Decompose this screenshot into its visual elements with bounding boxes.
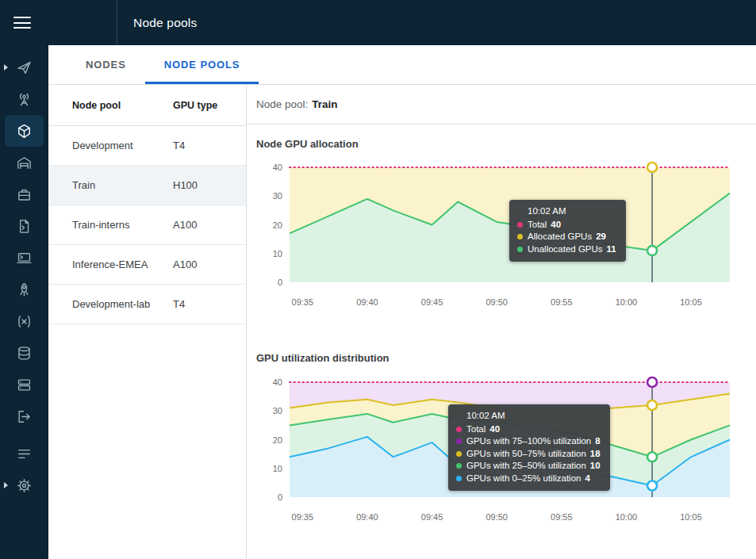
chart-title-allocation: Node GPU allocation: [256, 138, 756, 150]
function-icon: [17, 314, 32, 329]
sidebar-item-cube[interactable]: [5, 115, 44, 147]
sidebar-item-database[interactable]: [0, 337, 48, 369]
series-color-dot: [517, 222, 523, 228]
marker-unallocated-gpus: [647, 246, 657, 255]
sidebar-item-satellite[interactable]: [0, 83, 48, 115]
sidebar-item-terminal[interactable]: [0, 242, 48, 274]
table-row[interactable]: DevelopmentT4: [48, 126, 246, 166]
utilization-chart[interactable]: 01020304009:3509:4009:4509:5009:5510:001…: [255, 376, 731, 526]
gpu-type-cell: T4: [173, 140, 246, 151]
series-color-dot: [456, 427, 462, 432]
expand-arrow-icon: [4, 482, 8, 488]
tooltip-row: GPUs with 75–100% utilization8: [456, 435, 601, 448]
y-tick-label: 40: [273, 163, 282, 172]
tooltip-label: Total: [466, 423, 485, 436]
tooltip-label: GPUs with 75–100% utilization: [466, 435, 591, 448]
column-header-node-pool: Node pool: [48, 100, 173, 111]
sidebar-rail: [0, 45, 48, 559]
detail-value: Train: [312, 98, 337, 110]
gpu-type-cell: H100: [173, 179, 246, 191]
sidebar-item-send[interactable]: [0, 52, 48, 83]
tooltip-row: Allocated GPUs29: [517, 231, 616, 243]
briefcase-icon: [17, 187, 32, 202]
sidebar-item-settings[interactable]: [0, 469, 48, 501]
y-tick-label: 30: [273, 406, 282, 415]
allocation-chart[interactable]: 01020304009:3509:4009:4509:5009:5510:001…: [255, 161, 731, 312]
x-tick-label: 09:55: [551, 512, 573, 522]
y-tick-label: 20: [273, 220, 282, 230]
detail-label: Node pool:: [256, 98, 308, 110]
tooltip-row: Total40: [456, 423, 601, 436]
menu-icon[interactable]: [13, 17, 31, 29]
y-tick-label: 40: [273, 377, 282, 387]
tooltip-label: Unallocated GPUs: [528, 243, 603, 256]
tooltip-value: 4: [585, 473, 589, 485]
series-color-dot: [456, 463, 462, 469]
main-content: NODES NODE POOLS Node pool GPU type Deve…: [48, 45, 756, 559]
tooltip-value: 29: [596, 231, 606, 243]
pool-name-cell: Inference-EMEA: [48, 258, 173, 270]
marker-allocated-gpus: [647, 163, 657, 172]
x-tick-label: 10:00: [616, 297, 638, 307]
series-color-dot: [517, 234, 523, 239]
tooltip-row: Unallocated GPUs11: [517, 243, 616, 256]
rocket-icon: [17, 282, 32, 297]
pool-name-cell: Development: [48, 140, 173, 151]
table-row[interactable]: Train-internsA100: [48, 205, 246, 245]
x-tick-label: 09:50: [485, 297, 508, 307]
x-tick-label: 09:35: [292, 512, 314, 522]
sidebar-item-script[interactable]: [0, 210, 48, 242]
sidebar-item-briefcase[interactable]: [0, 178, 48, 210]
x-tick-label: 10:05: [680, 297, 702, 307]
y-tick-label: 0: [278, 278, 282, 287]
sidebar-item-servers[interactable]: [0, 369, 48, 400]
tooltip-row: GPUs with 25–50% utilization10: [456, 460, 601, 473]
x-tick-label: 09:45: [421, 297, 443, 307]
x-tick-label: 09:35: [292, 297, 314, 307]
sidebar-item-queue[interactable]: [0, 438, 48, 469]
x-tick-label: 09:45: [421, 512, 443, 522]
table-row[interactable]: Inference-EMEAA100: [48, 245, 246, 285]
tab-node-pools[interactable]: NODE POOLS: [145, 45, 259, 84]
expand-arrow-icon: [4, 64, 8, 71]
settings-icon: [17, 478, 32, 493]
page-title: Node pools: [133, 16, 197, 30]
utilization-chart-tooltip: 10:02 AMTotal40GPUs with 75–100% utiliza…: [448, 404, 610, 491]
cube-icon: [17, 124, 32, 139]
queue-icon: [17, 446, 32, 461]
table-row[interactable]: TrainH100: [48, 166, 246, 205]
servers-icon: [17, 377, 32, 392]
database-icon: [17, 346, 32, 361]
tooltip-time: 10:02 AM: [466, 410, 601, 423]
table-row[interactable]: Development-labT4: [48, 285, 246, 324]
sidebar-item-function[interactable]: [0, 305, 48, 337]
gpu-type-cell: T4: [173, 298, 246, 310]
y-tick-label: 20: [273, 435, 282, 445]
x-tick-label: 10:00: [616, 512, 638, 522]
x-tick-label: 09:50: [485, 512, 508, 522]
series-color-dot: [517, 247, 523, 252]
allocation-chart-svg[interactable]: 01020304009:3509:4009:4509:5009:5510:001…: [255, 161, 731, 312]
detail-header: Node pool: Train: [247, 85, 756, 124]
x-tick-label: 09:40: [356, 297, 378, 307]
chart-block-utilization: GPU utilization distribution 01020304009…: [247, 352, 756, 526]
tooltip-row: Total40: [517, 219, 616, 232]
warehouse-icon: [17, 155, 32, 170]
sidebar-item-rocket[interactable]: [0, 274, 48, 305]
x-tick-label: 10:05: [680, 512, 702, 522]
tooltip-value: 8: [595, 435, 600, 448]
chart-title-utilization: GPU utilization distribution: [256, 352, 756, 364]
pool-name-cell: Train: [48, 179, 173, 191]
sidebar-item-warehouse[interactable]: [0, 147, 48, 178]
tooltip-row: GPUs with 0–25% utilization4: [456, 473, 601, 485]
marker-gpus-with-50-75-utilization: [647, 400, 657, 410]
x-tick-label: 09:55: [551, 297, 573, 307]
tab-nodes[interactable]: NODES: [67, 45, 145, 84]
sidebar-item-deploy[interactable]: [0, 400, 48, 432]
script-icon: [17, 219, 32, 234]
series-color-dot: [456, 476, 462, 481]
tab-bar: NODES NODE POOLS: [48, 45, 756, 85]
y-tick-label: 10: [273, 249, 282, 258]
gpu-type-cell: A100: [173, 219, 246, 231]
app-header: Node pools: [0, 0, 756, 45]
